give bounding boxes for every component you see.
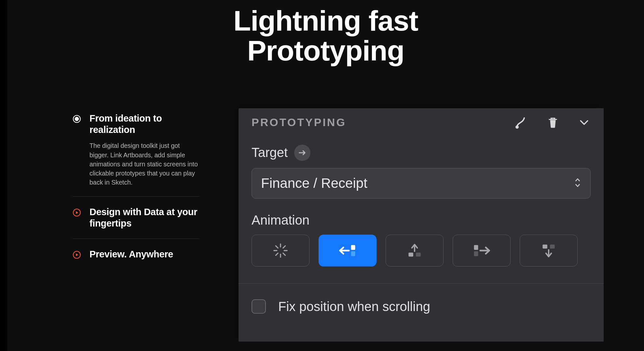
hero-line2: Prototyping <box>247 34 404 67</box>
svg-rect-13 <box>351 245 355 250</box>
svg-rect-14 <box>351 251 355 256</box>
svg-rect-17 <box>474 245 478 250</box>
target-select-value: Finance / Receipt <box>261 176 367 191</box>
hero-title: Lightning fast Prototyping <box>7 0 644 66</box>
hero-line1: Lightning fast <box>233 5 418 37</box>
prototyping-panel: PROTOTYPING <box>239 108 604 342</box>
trash-icon[interactable] <box>546 116 559 129</box>
feature-description: The digital design toolkit just got bigg… <box>89 141 199 187</box>
feature-item-preview[interactable]: Preview. Anywhere <box>73 239 199 270</box>
chevron-down-icon[interactable] <box>578 116 591 129</box>
radio-filled-icon <box>73 115 81 123</box>
svg-rect-19 <box>542 244 547 248</box>
svg-rect-16 <box>416 253 420 256</box>
play-circle-icon <box>73 208 81 217</box>
feature-title: From ideation to realization <box>89 113 199 136</box>
target-arrow-button[interactable] <box>294 145 310 161</box>
animation-slide-right-button[interactable] <box>453 235 511 266</box>
features-list: From ideation to realization The digital… <box>73 108 199 342</box>
svg-point-4 <box>515 125 519 129</box>
animation-slide-left-button[interactable] <box>319 235 377 266</box>
feature-item-ideation[interactable]: From ideation to realization The digital… <box>73 108 199 197</box>
fix-position-checkbox[interactable] <box>252 299 266 314</box>
feature-item-data[interactable]: Design with Data at your fingertips <box>73 197 199 239</box>
play-circle-icon <box>73 251 81 259</box>
up-down-caret-icon <box>574 176 581 190</box>
svg-line-11 <box>283 246 285 248</box>
target-label: Target <box>252 145 288 160</box>
svg-rect-18 <box>474 251 478 256</box>
svg-line-12 <box>276 253 278 255</box>
animation-slide-down-button[interactable] <box>520 235 578 266</box>
svg-point-1 <box>75 117 79 121</box>
svg-line-9 <box>276 246 278 248</box>
fix-position-label: Fix position when scrolling <box>278 299 430 314</box>
panel-title: PROTOTYPING <box>252 116 346 129</box>
link-connection-icon[interactable] <box>515 116 528 129</box>
panel-divider <box>239 283 604 284</box>
svg-rect-15 <box>408 253 413 256</box>
animation-label: Animation <box>252 213 591 228</box>
svg-line-10 <box>283 253 285 255</box>
animation-slide-up-button[interactable] <box>386 235 444 266</box>
feature-title: Preview. Anywhere <box>89 249 173 260</box>
feature-title: Design with Data at your fingertips <box>89 206 199 229</box>
svg-rect-20 <box>550 244 555 248</box>
animation-none-button[interactable] <box>252 235 309 266</box>
target-select[interactable]: Finance / Receipt <box>252 168 591 199</box>
